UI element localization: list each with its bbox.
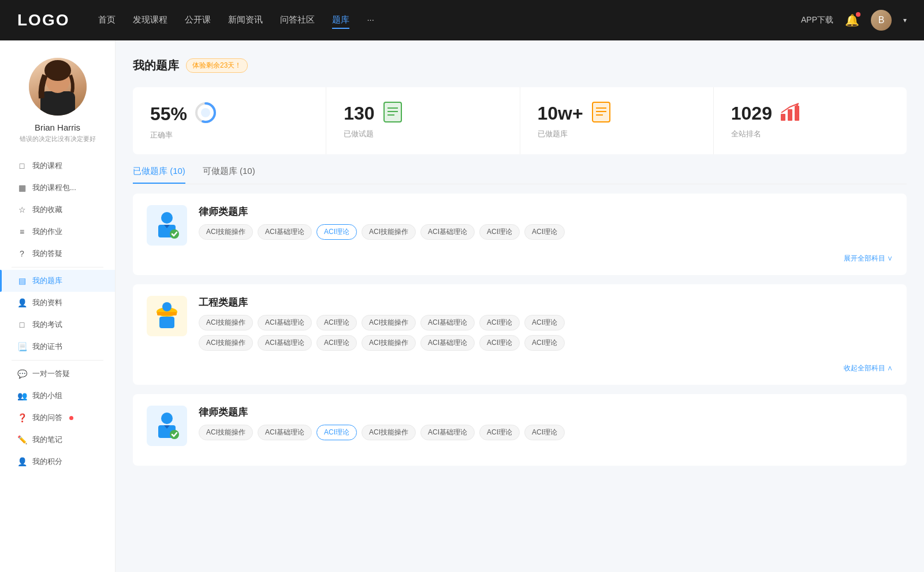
sidebar-item-tutor[interactable]: 💬 一对一答疑 xyxy=(0,363,115,385)
nav-qa[interactable]: 问答社区 xyxy=(280,12,315,29)
page-title: 我的题库 xyxy=(133,58,179,73)
sidebar-item-group[interactable]: 👥 我的小组 xyxy=(0,385,115,407)
sidebar-item-homework[interactable]: ≡ 我的作业 xyxy=(0,221,115,243)
svg-point-28 xyxy=(161,413,173,424)
stat-done-banks: 10w+ 已做题库 xyxy=(520,87,714,154)
qbank-title-lawyer1: 律师类题库 xyxy=(199,205,893,218)
svg-rect-18 xyxy=(788,109,792,121)
tag[interactable]: ACI技能操作 xyxy=(362,224,416,240)
course-package-icon: ▦ xyxy=(17,183,27,192)
qbank-icon: ▤ xyxy=(17,276,27,285)
tags-section-lawyer1: 律师类题库 ACI技能操作 ACI基础理论 ACI理论 ACI技能操作 ACI基… xyxy=(199,205,893,240)
qbank-icon-lawyer1 xyxy=(147,205,187,246)
qbank-title-lawyer2: 律师类题库 xyxy=(199,406,893,419)
tab-available-banks[interactable]: 可做题库 (10) xyxy=(203,166,255,184)
sidebar-item-profile[interactable]: 👤 我的资料 xyxy=(0,292,115,314)
tabs-row: 已做题库 (10) 可做题库 (10) xyxy=(133,166,907,184)
sidebar-item-myqa[interactable]: ❓ 我的问答 xyxy=(0,407,115,429)
sidebar-item-exam[interactable]: □ 我的考试 xyxy=(0,314,115,336)
tag-active[interactable]: ACI理论 xyxy=(316,224,357,240)
nav-qbank[interactable]: 题库 xyxy=(332,12,349,29)
qbank-card-engineer1: 工程类题库 ACI技能操作 ACI基础理论 ACI理论 ACI技能操作 ACI基… xyxy=(133,284,907,385)
user-dropdown-arrow[interactable]: ▾ xyxy=(903,16,907,24)
expand-button-lawyer1[interactable]: 展开全部科目 ∨ xyxy=(844,254,893,263)
sidebar-item-points[interactable]: 👤 我的积分 xyxy=(0,451,115,473)
tag[interactable]: ACI基础理论 xyxy=(420,224,475,240)
tag[interactable]: ACI技能操作 xyxy=(362,335,416,351)
tag[interactable]: ACI基础理论 xyxy=(420,315,475,330)
tag[interactable]: ACI理论 xyxy=(524,315,565,330)
homework-icon: ≡ xyxy=(17,227,27,236)
tag[interactable]: ACI理论 xyxy=(479,425,520,440)
tag[interactable]: ACI理论 xyxy=(524,335,565,351)
sidebar-item-qa[interactable]: ? 我的答疑 xyxy=(0,243,115,265)
qa-icon: ? xyxy=(17,249,27,258)
sidebar-item-notes[interactable]: ✏️ 我的笔记 xyxy=(0,429,115,451)
sidebar-item-favorites[interactable]: ☆ 我的收藏 xyxy=(0,199,115,221)
tag[interactable]: ACI基础理论 xyxy=(420,335,475,351)
svg-point-26 xyxy=(162,302,172,311)
tag[interactable]: ACI技能操作 xyxy=(362,315,416,330)
sidebar-item-course[interactable]: □ 我的课程 xyxy=(0,155,115,177)
nav-home[interactable]: 首页 xyxy=(98,12,116,29)
tag[interactable]: ACI理论 xyxy=(524,224,565,240)
qbank-icon-engineer1 xyxy=(147,296,187,336)
stat-icon-banks xyxy=(590,101,612,125)
tag[interactable]: ACI技能操作 xyxy=(199,315,253,330)
tag[interactable]: ACI理论 xyxy=(316,335,357,351)
notification-dot xyxy=(856,12,860,17)
stat-icon-rank xyxy=(779,101,801,125)
tags-row1-engineer1: ACI技能操作 ACI基础理论 ACI理论 ACI技能操作 ACI基础理论 AC… xyxy=(199,315,893,330)
notification-button[interactable]: 🔔 xyxy=(845,13,859,27)
tutor-icon: 💬 xyxy=(17,369,27,378)
svg-rect-27 xyxy=(159,317,174,328)
tag[interactable]: ACI基础理论 xyxy=(258,335,312,351)
tag[interactable]: ACI理论 xyxy=(524,425,565,440)
stat-icon-correct xyxy=(194,101,217,127)
nav-open-course[interactable]: 公开课 xyxy=(185,12,211,29)
tag[interactable]: ACI技能操作 xyxy=(199,425,253,440)
app-download-button[interactable]: APP下载 xyxy=(801,15,833,25)
stat-done-questions: 130 已做试题 xyxy=(326,87,520,154)
collapse-button-engineer1[interactable]: 收起全部科目 ∧ xyxy=(844,363,893,373)
tag[interactable]: ACI理论 xyxy=(479,224,520,240)
lawyer-icon-2 xyxy=(152,410,181,442)
navbar-right: APP下载 🔔 B ▾ xyxy=(801,10,907,31)
sidebar-item-certificate[interactable]: 📃 我的证书 xyxy=(0,336,115,358)
tag[interactable]: ACI技能操作 xyxy=(199,335,253,351)
myqa-icon: ❓ xyxy=(17,413,27,422)
stat-value-banks: 10w+ xyxy=(538,103,583,124)
tag[interactable]: ACI基础理论 xyxy=(420,425,475,440)
user-avatar-nav[interactable]: B xyxy=(871,10,892,31)
tag[interactable]: ACI技能操作 xyxy=(362,425,416,440)
nav-more[interactable]: ··· xyxy=(367,12,374,29)
tag[interactable]: ACI基础理论 xyxy=(258,315,312,330)
sidebar-item-course-package[interactable]: ▦ 我的课程包... xyxy=(0,177,115,199)
qbank-card-lawyer2: 律师类题库 ACI技能操作 ACI基础理论 ACI理论 ACI技能操作 ACI基… xyxy=(133,394,907,466)
tag-active[interactable]: ACI理论 xyxy=(316,425,357,440)
user-avatar xyxy=(29,58,87,116)
tag[interactable]: ACI技能操作 xyxy=(199,224,253,240)
sidebar-item-qbank[interactable]: ▤ 我的题库 xyxy=(0,270,115,292)
tag[interactable]: ACI基础理论 xyxy=(258,224,312,240)
course-icon: □ xyxy=(17,161,27,170)
tag[interactable]: ACI基础理论 xyxy=(258,425,312,440)
stats-row: 55% 正确率 130 xyxy=(133,87,907,154)
svg-rect-25 xyxy=(157,312,177,315)
logo: LOGO xyxy=(17,11,69,29)
stat-label-rank: 全站排名 xyxy=(731,129,889,139)
nav-discover[interactable]: 发现课程 xyxy=(133,12,167,29)
stat-icon-done xyxy=(382,101,404,125)
tag[interactable]: ACI理论 xyxy=(316,315,357,330)
sidebar-divider-2 xyxy=(12,360,103,361)
stat-label-correct: 正确率 xyxy=(150,130,308,140)
nav-news[interactable]: 新闻资讯 xyxy=(228,12,263,29)
tab-done-banks[interactable]: 已做题库 (10) xyxy=(133,166,185,184)
nav-menu: 首页 发现课程 公开课 新闻资讯 问答社区 题库 ··· xyxy=(98,12,801,29)
sidebar-user-name: Brian Harris xyxy=(35,122,80,132)
tag[interactable]: ACI理论 xyxy=(479,315,520,330)
notes-icon: ✏️ xyxy=(17,435,27,444)
content-area: 我的题库 体验剩余23天！ 55% 正确率 xyxy=(116,40,924,572)
favorites-icon: ☆ xyxy=(17,205,27,214)
tag[interactable]: ACI理论 xyxy=(479,335,520,351)
